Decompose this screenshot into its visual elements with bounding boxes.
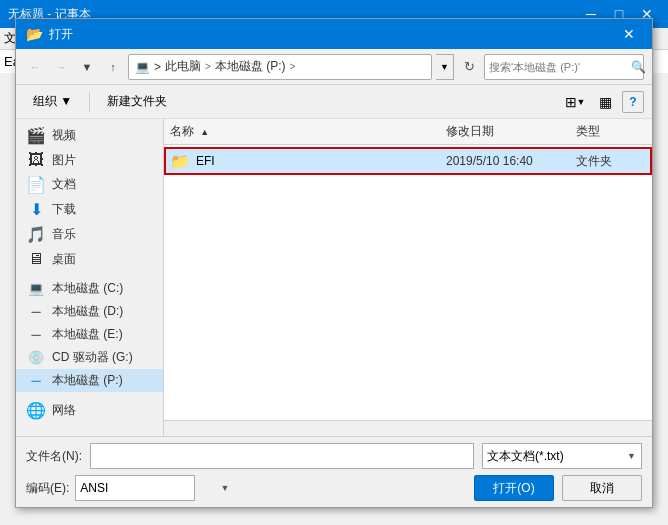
- organize-label: 组织 ▼: [33, 93, 72, 110]
- nav-downloads-label: 下载: [52, 201, 76, 218]
- nav-item-pictures[interactable]: 🖼 图片: [16, 148, 163, 172]
- filename-input[interactable]: [90, 443, 474, 469]
- up-btn[interactable]: ↑: [102, 56, 124, 78]
- open-btn[interactable]: 打开(O): [474, 475, 554, 501]
- recent-locations-btn[interactable]: ▼: [76, 56, 98, 78]
- drive-e-icon: ─: [26, 327, 46, 342]
- column-date-header[interactable]: 修改日期: [446, 123, 576, 140]
- filetype-select[interactable]: 文本文档(*.txt) 所有文件(*.*): [482, 443, 642, 469]
- address-bar: ← → ▼ ↑ 💻 > 此电脑 > 本地磁盘 (P:) > ▼ ↻ 🔍: [16, 49, 652, 85]
- help-btn[interactable]: ?: [622, 91, 644, 113]
- nav-drive-g-label: CD 驱动器 (G:): [52, 349, 133, 366]
- nav-desktop-label: 桌面: [52, 251, 76, 268]
- dialog-folder-icon: 📂: [26, 26, 43, 42]
- nav-item-drive-g[interactable]: 💿 CD 驱动器 (G:): [16, 346, 163, 369]
- action-row: 编码(E): ANSI UTF-8 Unicode 打开(O) 取消: [26, 475, 642, 501]
- desktop-icon: 🖥: [26, 250, 46, 268]
- file-type-efi: 文件夹: [576, 153, 646, 170]
- main-area: 🎬 视频 🖼 图片 📄 文档 ⬇ 下载 🎵 音乐 🖥 桌面: [16, 119, 652, 436]
- filename-row: 文件名(N): 文本文档(*.txt) 所有文件(*.*): [26, 443, 642, 469]
- preview-icon: ▦: [599, 94, 612, 110]
- nav-item-downloads[interactable]: ⬇ 下载: [16, 197, 163, 222]
- encoding-section: 编码(E): ANSI UTF-8 Unicode: [26, 475, 235, 501]
- address-dropdown-btn[interactable]: ▼: [436, 54, 454, 80]
- column-type-header[interactable]: 类型: [576, 123, 646, 140]
- file-name-efi: EFI: [196, 154, 446, 168]
- dialog-close-btn[interactable]: ✕: [616, 23, 642, 45]
- nav-drive-d-label: 本地磁盘 (D:): [52, 303, 123, 320]
- open-file-dialog: 📂 打开 ✕ ← → ▼ ↑ 💻 > 此电脑 > 本地磁盘 (P:) > ▼ ↻…: [15, 18, 653, 508]
- col-date-label: 修改日期: [446, 124, 494, 138]
- nav-item-documents[interactable]: 📄 文档: [16, 172, 163, 197]
- filename-label: 文件名(N):: [26, 448, 82, 465]
- dialog-titlebar: 📂 打开 ✕: [16, 19, 652, 49]
- encoding-label: 编码(E):: [26, 480, 69, 497]
- nav-item-music[interactable]: 🎵 音乐: [16, 222, 163, 247]
- column-headers: 名称 ▲ 修改日期 类型: [164, 119, 652, 145]
- downloads-icon: ⬇: [26, 200, 46, 219]
- bottom-bar: 文件名(N): 文本文档(*.txt) 所有文件(*.*) 编码(E): ANS…: [16, 436, 652, 507]
- col-type-label: 类型: [576, 124, 600, 138]
- path-separator1: >: [154, 60, 161, 74]
- search-submit-btn[interactable]: 🔍: [631, 55, 646, 79]
- nav-item-drive-e[interactable]: ─ 本地磁盘 (E:): [16, 323, 163, 346]
- drive-g-icon: 💿: [26, 350, 46, 365]
- path-separator3: >: [290, 61, 296, 72]
- view-icon: ⊞: [565, 94, 577, 110]
- nav-item-drive-c[interactable]: 💻 本地磁盘 (C:): [16, 277, 163, 300]
- nav-documents-label: 文档: [52, 176, 76, 193]
- nav-video-label: 视频: [52, 127, 76, 144]
- path-drive: 本地磁盘 (P:): [215, 58, 286, 75]
- view-options-btn[interactable]: ⊞ ▼: [562, 90, 588, 114]
- toolbar-right: ⊞ ▼ ▦ ?: [562, 90, 644, 114]
- refresh-btn[interactable]: ↻: [458, 56, 480, 78]
- nav-music-label: 音乐: [52, 226, 76, 243]
- search-input[interactable]: [485, 61, 631, 73]
- nav-drive-p-label: 本地磁盘 (P:): [52, 372, 123, 389]
- documents-icon: 📄: [26, 175, 46, 194]
- video-icon: 🎬: [26, 126, 46, 145]
- nav-item-desktop[interactable]: 🖥 桌面: [16, 247, 163, 271]
- drive-d-icon: ─: [26, 304, 46, 319]
- back-btn[interactable]: ←: [24, 56, 46, 78]
- file-item-efi[interactable]: 📁 EFI 2019/5/10 16:40 文件夹: [164, 147, 652, 175]
- file-date-efi: 2019/5/10 16:40: [446, 154, 576, 168]
- encoding-wrapper: ANSI UTF-8 Unicode: [75, 475, 235, 501]
- new-folder-label: 新建文件夹: [107, 93, 167, 110]
- forward-btn[interactable]: →: [50, 56, 72, 78]
- dialog-title: 打开: [49, 26, 73, 43]
- network-icon: 🌐: [26, 401, 46, 420]
- nav-pictures-label: 图片: [52, 152, 76, 169]
- toolbar: 组织 ▼ 新建文件夹 ⊞ ▼ ▦ ?: [16, 85, 652, 119]
- organize-btn[interactable]: 组织 ▼: [24, 90, 81, 114]
- nav-item-drive-p[interactable]: ─ 本地磁盘 (P:): [16, 369, 163, 392]
- nav-item-network[interactable]: 🌐 网络: [16, 398, 163, 423]
- nav-item-drive-d[interactable]: ─ 本地磁盘 (D:): [16, 300, 163, 323]
- column-name-header[interactable]: 名称 ▲: [170, 123, 446, 140]
- path-computer: 💻: [135, 60, 150, 74]
- nav-drive-c-label: 本地磁盘 (C:): [52, 280, 123, 297]
- left-panel: 🎬 视频 🖼 图片 📄 文档 ⬇ 下载 🎵 音乐 🖥 桌面: [16, 119, 164, 436]
- col-name-label: 名称: [170, 124, 194, 138]
- drive-p-icon: ─: [26, 373, 46, 388]
- cancel-btn[interactable]: 取消: [562, 475, 642, 501]
- encoding-select[interactable]: ANSI UTF-8 Unicode: [75, 475, 195, 501]
- address-path-box[interactable]: 💻 > 此电脑 > 本地磁盘 (P:) >: [128, 54, 432, 80]
- new-folder-btn[interactable]: 新建文件夹: [98, 90, 176, 114]
- path-computer-text: 此电脑: [165, 58, 201, 75]
- music-icon: 🎵: [26, 225, 46, 244]
- path-separator2: >: [205, 61, 211, 72]
- horizontal-scrollbar[interactable]: [164, 420, 652, 436]
- nav-item-video[interactable]: 🎬 视频: [16, 123, 163, 148]
- file-list: 📁 EFI 2019/5/10 16:40 文件夹: [164, 145, 652, 420]
- nav-drive-e-label: 本地磁盘 (E:): [52, 326, 123, 343]
- search-box: 🔍: [484, 54, 644, 80]
- drive-c-icon: 💻: [26, 281, 46, 296]
- preview-btn[interactable]: ▦: [592, 90, 618, 114]
- pictures-icon: 🖼: [26, 151, 46, 169]
- view-dropdown-arrow: ▼: [577, 97, 586, 107]
- dialog-title-area: 📂 打开: [26, 26, 73, 43]
- dialog-controls: ✕: [616, 23, 642, 45]
- toolbar-separator: [89, 92, 90, 112]
- sort-arrow: ▲: [200, 127, 209, 137]
